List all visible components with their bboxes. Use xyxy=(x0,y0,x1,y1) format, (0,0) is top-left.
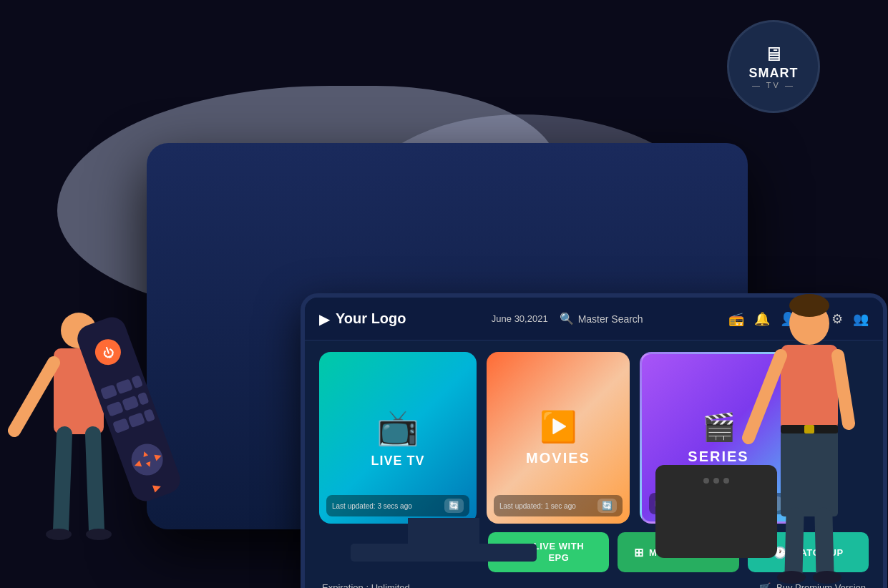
svg-point-7 xyxy=(86,529,112,540)
svg-line-5 xyxy=(93,434,97,531)
svg-line-33 xyxy=(824,516,825,574)
series-clapboard-icon: 🎬 xyxy=(702,411,736,443)
live-tv-updated: Last updated: 3 secs ago 🔄 xyxy=(326,495,469,516)
svg-rect-31 xyxy=(781,431,838,516)
movies-play-icon: ▶️ xyxy=(540,409,577,444)
master-search[interactable]: 🔍 Master Search xyxy=(560,312,643,325)
smart-tv-text: SMART xyxy=(749,66,799,81)
svg-line-32 xyxy=(794,516,795,574)
card-movies[interactable]: ▶️ MOVIES Last updated: 1 sec ago 🔄 xyxy=(487,352,630,524)
logo-text: Your Logo xyxy=(336,310,406,327)
stb-dot-1 xyxy=(703,478,709,484)
epg-label: LIVE WITHEPG xyxy=(534,541,584,563)
live-tv-updated-text: Last updated: 3 secs ago xyxy=(332,502,412,510)
multiscreen-icon: ⊞ xyxy=(634,546,644,559)
live-tv-label: LIVE TV xyxy=(371,454,424,469)
live-tv-refresh[interactable]: 🔄 xyxy=(444,499,464,513)
search-label: Master Search xyxy=(578,313,643,325)
smart-tv-dash: — TV — xyxy=(752,81,795,89)
tv-stand-neck xyxy=(408,518,479,547)
logo-area: ▶ Your Logo xyxy=(319,310,406,328)
stb-dots xyxy=(703,478,729,484)
stb-dot-2 xyxy=(713,478,719,484)
svg-line-2 xyxy=(14,363,54,431)
svg-rect-37 xyxy=(804,425,814,433)
movies-refresh[interactable]: 🔄 xyxy=(597,499,617,513)
svg-line-29 xyxy=(748,356,781,438)
svg-point-35 xyxy=(813,571,841,584)
smart-tv-badge: 🖥 SMART — TV — xyxy=(727,20,820,113)
tv-stand-base xyxy=(351,544,537,562)
logo-play-icon: ▶ xyxy=(319,310,330,328)
svg-rect-28 xyxy=(781,345,838,431)
svg-point-27 xyxy=(789,294,829,317)
live-tv-icon: 📺 xyxy=(376,408,419,448)
svg-line-30 xyxy=(838,356,849,423)
movies-updated: Last updated: 1 sec ago 🔄 xyxy=(494,495,623,516)
svg-point-34 xyxy=(777,571,806,584)
person-right xyxy=(738,230,881,588)
tv-icon: 🖥 xyxy=(763,44,784,64)
header-center: June 30,2021 🔍 Master Search xyxy=(492,312,643,325)
expiration-text: Expiration : Unlimited xyxy=(322,582,410,588)
svg-line-4 xyxy=(61,434,64,531)
movies-label: MOVIES xyxy=(526,450,590,466)
movies-updated-text: Last updated: 1 sec ago xyxy=(499,502,576,510)
card-live-tv[interactable]: 📺 LIVE TV Last updated: 3 secs ago 🔄 xyxy=(319,352,477,524)
date-display: June 30,2021 xyxy=(492,313,548,324)
svg-point-6 xyxy=(46,529,72,540)
stb-dot-3 xyxy=(723,478,729,484)
search-icon: 🔍 xyxy=(560,312,574,325)
